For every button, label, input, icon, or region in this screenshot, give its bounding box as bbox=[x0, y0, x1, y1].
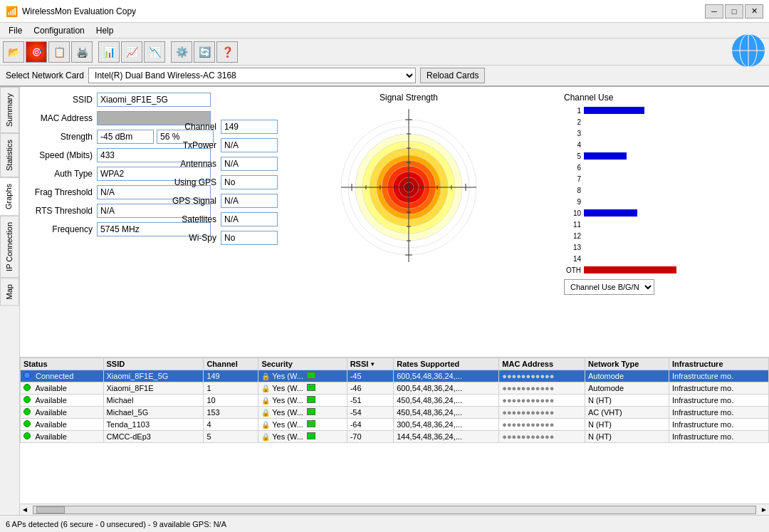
channel-bar-container-14 bbox=[584, 255, 763, 262]
toolbar-print[interactable]: 🖨️ bbox=[71, 41, 93, 63]
status-text-cell: Connected bbox=[36, 372, 73, 380]
channel-use-title: Channel Use bbox=[564, 93, 763, 103]
channel-bar-container-1 bbox=[584, 107, 763, 114]
ap-table-area[interactable]: Status SSID Channel Security RSSI ▼ Rate… bbox=[20, 358, 769, 504]
toolbar: 📂 🎯 📋 🖨️ 📊 📈 📉 ⚙️ 🔄 ❓ bbox=[0, 38, 769, 66]
cell-security: 🔒 Yes (W... bbox=[258, 370, 347, 382]
cell-rssi: -64 bbox=[347, 419, 394, 431]
channel-row-7: 7 bbox=[564, 174, 763, 184]
table-row[interactable]: Available Tenda_1103 4 🔒 Yes (W... -64 3… bbox=[21, 419, 769, 431]
cell-infra: Infrastructure mo. bbox=[669, 407, 769, 419]
th-rssi: RSSI ▼ bbox=[347, 358, 394, 370]
lock-icon: 🔒 bbox=[261, 372, 270, 380]
channel-num-12: 12 bbox=[564, 232, 581, 240]
txpower-row: TxPower N/A bbox=[164, 138, 278, 152]
cell-channel: 10 bbox=[204, 395, 258, 407]
cell-nettype: Automode bbox=[585, 370, 669, 382]
table-row[interactable]: Available Michael 10 🔒 Yes (W... -51 450… bbox=[21, 395, 769, 407]
channel-bar-container-4 bbox=[584, 141, 763, 148]
rssi-bar-icon bbox=[307, 420, 315, 427]
scrollbar-track[interactable] bbox=[33, 506, 756, 514]
lock-icon: 🔒 bbox=[261, 385, 270, 392]
toolbar-chart3[interactable]: 📉 bbox=[144, 41, 165, 63]
scrollbar-thumb[interactable] bbox=[36, 506, 65, 513]
reload-cards-button[interactable]: Reload Cards bbox=[420, 68, 485, 83]
table-row[interactable]: Available Michael_5G 153 🔒 Yes (W... -54… bbox=[21, 407, 769, 419]
ssid-row: SSID Xiaomi_8F1E_5G bbox=[26, 93, 253, 107]
satellites-value: N/A bbox=[221, 212, 278, 226]
status-text-cell: Available bbox=[35, 408, 66, 417]
minimize-button[interactable]: ─ bbox=[705, 4, 723, 19]
toolbar-refresh[interactable]: 🔄 bbox=[194, 41, 215, 63]
sidebar-tabs: Summary Statistics Graphs IP Connection … bbox=[0, 87, 20, 515]
channel-row-13: 13 bbox=[564, 242, 763, 252]
toolbar-copy[interactable]: 📋 bbox=[48, 41, 70, 63]
toolbar-settings[interactable]: ⚙️ bbox=[171, 41, 192, 63]
cell-ssid: Xiaomi_8F1E_5G bbox=[103, 370, 204, 382]
th-rates: Rates Supported bbox=[394, 358, 499, 370]
status-indicator bbox=[23, 432, 31, 439]
cell-nettype: AC (VHT) bbox=[585, 407, 669, 419]
horizontal-scrollbar[interactable]: ◄ ► bbox=[20, 504, 769, 515]
toolbar-help[interactable]: ❓ bbox=[216, 41, 238, 63]
lock-icon: 🔒 bbox=[261, 433, 270, 441]
rssi-bar-icon bbox=[307, 372, 315, 379]
channel-row-5: 5 bbox=[564, 151, 763, 161]
tab-statistics[interactable]: Statistics bbox=[0, 133, 19, 177]
tab-map[interactable]: Map bbox=[0, 278, 19, 306]
channel-bar-container-2 bbox=[584, 118, 763, 125]
channel-use-dropdown[interactable]: Channel Use B/G/NChannel Use A/NChannel … bbox=[564, 279, 654, 295]
channel-num-3: 3 bbox=[564, 130, 581, 137]
table-row[interactable]: Available CMCC-dEp3 5 🔒 Yes (W... -70 14… bbox=[21, 431, 769, 443]
scroll-left-btn[interactable]: ◄ bbox=[20, 506, 30, 513]
channel-bar-container-9 bbox=[584, 198, 763, 205]
maximize-button[interactable]: □ bbox=[725, 4, 743, 19]
menu-configuration[interactable]: Configuration bbox=[28, 24, 90, 37]
cell-ssid: Xiaomi_8F1E bbox=[103, 382, 204, 395]
app-title: WirelessMon Evaluation Copy bbox=[22, 6, 705, 16]
tab-ip-connection[interactable]: IP Connection bbox=[0, 216, 19, 278]
cell-security: 🔒 Yes (W... bbox=[258, 407, 347, 419]
channel-bar-OTH bbox=[584, 266, 676, 273]
rts-label: RTS Threshold bbox=[26, 206, 97, 216]
cell-security: 🔒 Yes (W... bbox=[258, 431, 347, 443]
toolbar-chart2[interactable]: 📈 bbox=[121, 41, 142, 63]
cell-security: 🔒 Yes (W... bbox=[258, 382, 347, 395]
cell-nettype: Automode bbox=[585, 382, 669, 395]
channel-bar-container-5 bbox=[584, 152, 763, 160]
channel-bar-container-13 bbox=[584, 244, 763, 251]
channel-bar-container-10 bbox=[584, 209, 763, 217]
table-row[interactable]: Connected Xiaomi_8F1E_5G 149 🔒 Yes (W...… bbox=[21, 370, 769, 382]
toolbar-target[interactable]: 🎯 bbox=[26, 41, 47, 63]
th-mac: MAC Address bbox=[499, 358, 585, 370]
toolbar-chart1[interactable]: 📊 bbox=[98, 41, 120, 63]
cell-security: 🔒 Yes (W... bbox=[258, 395, 347, 407]
cell-infra: Infrastructure mo. bbox=[669, 382, 769, 395]
tab-graphs[interactable]: Graphs bbox=[0, 177, 19, 216]
rssi-bar-icon bbox=[307, 384, 315, 391]
cell-ssid: Michael bbox=[103, 395, 204, 407]
toolbar-open[interactable]: 📂 bbox=[3, 41, 24, 63]
status-bar: 6 APs detected (6 secure - 0 unsecured) … bbox=[0, 515, 769, 532]
cell-status: Available bbox=[21, 395, 104, 407]
channel-num-4: 4 bbox=[564, 141, 581, 149]
menu-help[interactable]: Help bbox=[90, 24, 120, 37]
cell-rates: 450,54,48,36,24,... bbox=[394, 395, 499, 407]
channel-num-14: 14 bbox=[564, 255, 581, 263]
close-button[interactable]: ✕ bbox=[745, 4, 763, 19]
th-ssid: SSID bbox=[103, 358, 204, 370]
scroll-right-btn[interactable]: ► bbox=[759, 506, 769, 513]
cell-nettype: N (HT) bbox=[585, 419, 669, 431]
using-gps-value: No bbox=[221, 175, 278, 189]
channel-use-panel: Channel Use 1234567891011121314OTH Chann… bbox=[564, 93, 763, 351]
menu-file[interactable]: File bbox=[3, 24, 28, 37]
channel-row-OTH: OTH bbox=[564, 265, 763, 275]
status-indicator bbox=[23, 372, 31, 379]
channel-bar-container-11 bbox=[584, 221, 763, 228]
table-row[interactable]: Available Xiaomi_8F1E 1 🔒 Yes (W... -46 … bbox=[21, 382, 769, 395]
channel-bar-10 bbox=[584, 209, 637, 217]
cell-nettype: N (HT) bbox=[585, 395, 669, 407]
tab-summary[interactable]: Summary bbox=[0, 87, 19, 133]
th-channel: Channel bbox=[204, 358, 258, 370]
network-card-combo[interactable]: Intel(R) Dual Band Wireless-AC 3168 bbox=[88, 68, 416, 83]
